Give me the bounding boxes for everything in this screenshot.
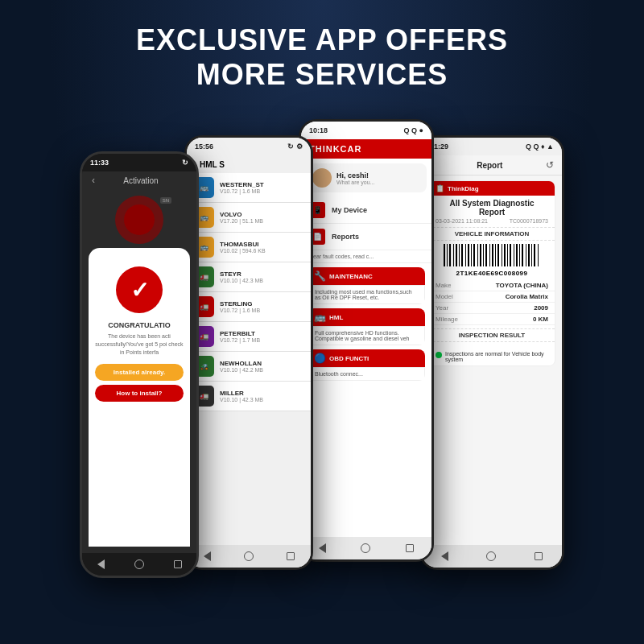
nav-recents-icon[interactable] xyxy=(174,560,182,568)
phone1-dark-bg: SN CONGRATULATIO The device has been act… xyxy=(82,189,196,553)
list-item[interactable]: 🚌 THOMASBUI V10.02 | 594.6 KB xyxy=(187,233,311,262)
list-item[interactable]: 🚌 WESTERN_ST V10.72 | 1.6 MB xyxy=(187,173,311,203)
vehicle-ver: V17.20 | 51.1 MB xyxy=(220,218,304,224)
phone2-icons: ↻ ⚙ xyxy=(287,142,303,151)
hml-card[interactable]: 🚌 HML Full comprehensive HD functions. C… xyxy=(308,308,425,345)
phone2-status-bar: 15:56 ↻ ⚙ xyxy=(187,138,311,155)
phone4-nav-bar xyxy=(422,545,562,568)
mileage-value: 0 KM xyxy=(533,316,548,323)
user-avatar xyxy=(312,168,332,188)
refresh-icon[interactable]: ↺ xyxy=(546,159,554,171)
vehicle-name: THOMASBUI xyxy=(220,241,304,248)
nav-home-icon[interactable] xyxy=(244,551,254,561)
vehicle-ver: V10.72 | 1.7 MB xyxy=(220,337,304,343)
diagnostic-report-card: 📋 ThinkDiag All System Diagnostic Report… xyxy=(428,180,555,366)
nav-back-icon[interactable] xyxy=(441,551,448,561)
vehicle-list: 🚌 WESTERN_ST V10.72 | 1.6 MB 🚌 VOLVO V17… xyxy=(187,173,311,545)
phone4-body: 📋 ThinkDiag All System Diagnostic Report… xyxy=(422,175,562,545)
headline-line1: EXCLUSIVE APP OFFERS xyxy=(0,23,644,57)
list-item[interactable]: 🚛 MILLER V10.10 | 42.3 MB xyxy=(187,382,311,411)
phone-hml-list: 15:56 ↻ ⚙ ‹ HML S 🚌 WESTERN_ST V10.72 | … xyxy=(184,135,313,570)
my-device-menu-item[interactable]: 📱 My Device xyxy=(301,197,431,224)
nav-back-icon[interactable] xyxy=(319,543,326,553)
vehicle-name: NEWHOLLAN xyxy=(220,360,304,367)
phones-container: 11:33 ↻ ‹ Activation SN CONGRATULATIO xyxy=(0,119,644,578)
phone4-icons: Q Q ♦ ▲ xyxy=(526,142,554,151)
vin-barcode xyxy=(444,244,540,266)
report-card-header: 📋 ThinkDiag xyxy=(429,181,555,196)
headline-line2: MORE SERVICES xyxy=(0,57,644,92)
model-row: Model Corolla Matrix xyxy=(429,291,555,303)
vehicle-ver: V10.72 | 1.6 MB xyxy=(220,188,304,194)
vehicle-ver: V10.02 | 594.6 KB xyxy=(220,248,304,254)
nav-home-icon[interactable] xyxy=(134,559,144,569)
maintenance-body: Including most used ma functions,such as… xyxy=(308,285,425,304)
phone1-nav-bar xyxy=(82,553,196,576)
vin-number: 2T1KE40E69C008099 xyxy=(429,270,555,277)
vehicle-name: PETERBILT xyxy=(220,330,304,337)
vehicle-info-miller: MILLER V10.10 | 42.3 MB xyxy=(220,390,304,402)
vehicle-info-section-title: VEHICLE INFORMATION xyxy=(429,227,555,241)
vehicle-info-peterbilt: PETERBILT V10.72 | 1.7 MB xyxy=(220,330,304,343)
vehicle-info-western: WESTERN_ST V10.72 | 1.6 MB xyxy=(220,181,304,194)
nav-recents-icon[interactable] xyxy=(535,552,543,560)
report-id: TC0000718973 xyxy=(510,218,548,224)
greeting-sub: What are you... xyxy=(336,180,374,185)
description-text: clear fault codes, read c... xyxy=(301,250,431,263)
nav-back-icon[interactable] xyxy=(97,559,105,569)
vehicle-name: MILLER xyxy=(220,390,304,397)
maintenance-card[interactable]: 🔧 MAINTENANC Including most used ma func… xyxy=(308,267,425,304)
report-main-title: All System Diagnostic Report xyxy=(429,196,555,218)
checkmark-circle xyxy=(116,266,163,313)
phone-activation: 11:33 ↻ ‹ Activation SN CONGRATULATIO xyxy=(80,151,199,578)
green-status-dot xyxy=(436,352,442,358)
nav-recents-icon[interactable] xyxy=(287,552,295,560)
inspection-section-title: INSPECTION RESULT xyxy=(429,328,555,342)
inspection-item-1: Inspections are normal for Vehicle body … xyxy=(436,351,548,362)
installed-button[interactable]: Installed already. xyxy=(95,364,184,381)
vehicle-info-thomas: THOMASBUI V10.02 | 594.6 KB xyxy=(220,241,304,254)
nav-back-icon[interactable] xyxy=(204,551,211,561)
vehicle-ver: V10.10 | 42.2 MB xyxy=(220,367,304,373)
reports-menu-item[interactable]: 📄 Reports xyxy=(301,224,431,250)
congrats-title: CONGRATULATIO xyxy=(108,321,171,329)
phone1-icons: ↻ xyxy=(182,159,188,167)
report-date: 03-03-2021 11:08:21 xyxy=(436,218,488,224)
sn-badge: SN xyxy=(160,197,171,204)
nav-home-icon[interactable] xyxy=(486,551,496,561)
vehicle-ver: V10.72 | 1.6 MB xyxy=(220,308,304,313)
phone2-header: ‹ HML S xyxy=(187,155,311,173)
phone2-title: HML S xyxy=(200,160,225,169)
hml-header: 🚌 HML xyxy=(308,308,425,326)
my-device-label: My Device xyxy=(332,206,367,214)
list-item[interactable]: 🚌 VOLVO V17.20 | 51.1 MB xyxy=(187,203,311,233)
vehicle-name: STERLING xyxy=(220,300,304,308)
phone1-header: ‹ Activation xyxy=(82,171,196,189)
report-header-title: Report xyxy=(434,161,546,170)
hml-body: Full comprehensive HD functions. Compati… xyxy=(308,326,425,345)
phone2-time: 15:56 xyxy=(195,142,213,151)
thinkcar-brand: THINKCAR xyxy=(309,144,361,154)
vehicle-info-sterling: STERLING V10.72 | 1.6 MB xyxy=(220,300,304,313)
vehicle-name: WESTERN_ST xyxy=(220,181,304,188)
mileage-row: Mileage 0 KM xyxy=(429,314,555,325)
mileage-label: Mileage xyxy=(436,316,458,323)
phone1-back[interactable]: ‹ xyxy=(92,175,95,186)
nav-home-icon[interactable] xyxy=(361,543,370,553)
list-item[interactable]: 🚛 STERLING V10.72 | 1.6 MB xyxy=(187,292,311,322)
phone-thinkcar: 10:18 Q Q ● THINKCAR Hi, ceshi! What are… xyxy=(299,119,434,562)
vehicle-name: STEYR xyxy=(220,270,304,278)
inspection-results: Inspections are normal for Vehicle body … xyxy=(429,345,555,365)
vehicle-name: VOLVO xyxy=(220,211,304,218)
list-item[interactable]: 🚛 PETERBILT V10.72 | 1.7 MB xyxy=(187,322,311,352)
phone1-title: Activation xyxy=(123,176,158,185)
inspection-text: Inspections are normal for Vehicle body … xyxy=(445,351,548,362)
greeting-text: Hi, ceshi! xyxy=(336,171,374,180)
list-item[interactable]: 🚛 STEYR V10.10 | 42.3 MB xyxy=(187,262,311,292)
list-item[interactable]: 🚜 NEWHOLLAN V10.10 | 42.2 MB xyxy=(187,352,311,382)
headline: EXCLUSIVE APP OFFERS MORE SERVICES xyxy=(0,23,644,92)
nav-recents-icon[interactable] xyxy=(406,544,414,552)
how-to-install-button[interactable]: How to install? xyxy=(95,385,184,402)
obd-card[interactable]: 🔵 OBD FUNCTI Bluetooth connec... xyxy=(308,349,425,381)
phone1-time: 11:33 xyxy=(90,159,109,167)
